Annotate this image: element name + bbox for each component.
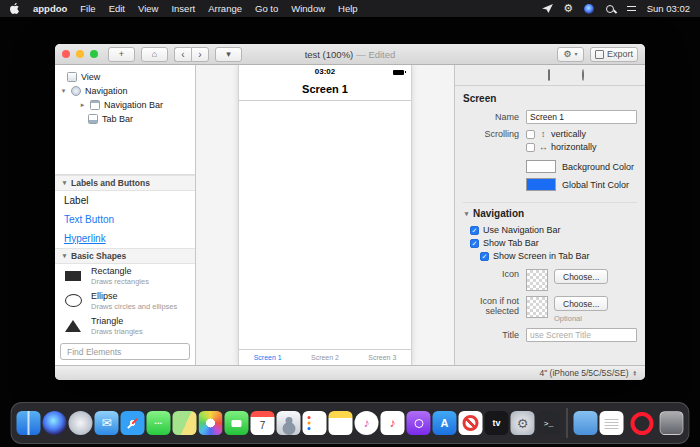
phone-tab-screen-1[interactable]: Screen 1 (239, 350, 296, 365)
library-item-text-button[interactable]: Text Button (55, 210, 195, 229)
library-item-triangle[interactable]: Triangle Draws triangles (55, 313, 195, 338)
menu-arrange[interactable]: Arrange (208, 3, 242, 14)
navigation-section-header[interactable]: ▾ Navigation (463, 202, 637, 219)
outline-item-navigation[interactable]: ▾ Navigation (55, 84, 195, 98)
gear-menu-icon[interactable]: ⚙ (563, 3, 574, 15)
show-tab-bar-label: Show Tab Bar (483, 238, 539, 248)
dock-system-preferences-icon[interactable] (511, 411, 535, 435)
chevron-down-icon: ▾ (575, 51, 578, 57)
menu-go-to[interactable]: Go to (255, 3, 278, 14)
dock-launchpad-icon[interactable] (69, 411, 93, 435)
dock-finder-icon[interactable] (17, 411, 41, 435)
menu-edit[interactable]: Edit (109, 3, 125, 14)
titlebar[interactable]: + ⌂ ‹ › ▾ test (100%)— Edited ⚙▾ Export (55, 44, 645, 65)
zoom-window-button[interactable] (90, 50, 98, 58)
dock-photos-icon[interactable] (199, 411, 223, 435)
dock-itunes-icon[interactable] (355, 411, 379, 435)
dock-facetime-icon[interactable] (225, 411, 249, 435)
siri-icon[interactable] (584, 3, 595, 15)
library-item-hyperlink[interactable]: Hyperlink (55, 229, 195, 248)
phone-navigation-bar[interactable]: Screen 1 (239, 78, 411, 101)
dock-opera-icon[interactable] (630, 412, 653, 435)
phone-tab-screen-3[interactable]: Screen 3 (354, 350, 411, 365)
library-section-basic-shapes[interactable]: ▾ Basic Shapes (55, 248, 195, 264)
find-elements-field[interactable] (60, 343, 190, 360)
tab-device-icon[interactable] (548, 70, 550, 80)
window-edited-suffix: — Edited (356, 49, 395, 60)
dock-siri-icon[interactable] (43, 411, 67, 435)
add-screen-button[interactable]: + (108, 47, 135, 62)
dock-textedit-icon[interactable] (600, 411, 624, 435)
menu-help[interactable]: Help (338, 3, 358, 14)
unselected-icon-well[interactable] (526, 296, 548, 318)
screens-dropdown-button[interactable]: ▾ (215, 47, 242, 62)
minimize-window-button[interactable] (76, 50, 84, 58)
dock-safari-icon[interactable] (121, 411, 145, 435)
device-selector-stepper-icon[interactable]: ▲▼ (633, 370, 637, 377)
menubar-app-name[interactable]: appdoo (33, 3, 67, 14)
tab-transition-icon[interactable] (582, 70, 584, 80)
sidebar: View ▾ Navigation ▸ Navigation Bar Tab B… (55, 65, 196, 365)
disclosure-closed-icon[interactable]: ▸ (79, 101, 86, 109)
menubar-clock[interactable]: Sun 03:02 (647, 3, 690, 14)
phone-tab-screen-2[interactable]: Screen 2 (296, 350, 353, 365)
dock-mail-icon[interactable] (95, 411, 119, 435)
dock-messages-icon[interactable] (147, 411, 171, 435)
menu-file[interactable]: File (80, 3, 95, 14)
dock-music-icon[interactable] (381, 411, 405, 435)
shape-name: Rectangle (91, 266, 149, 276)
menu-view[interactable]: View (138, 3, 158, 14)
notification-center-icon[interactable] (626, 3, 637, 15)
design-canvas[interactable]: 03:02 Screen 1 Screen 1 Screen 2 Screen … (196, 65, 454, 365)
outline-item-navigation-bar[interactable]: ▸ Navigation Bar (55, 98, 195, 112)
scroll-vertically-checkbox[interactable] (526, 130, 535, 139)
search-input[interactable] (65, 346, 185, 358)
screen-name-input[interactable] (526, 110, 637, 124)
library-item-ellipse[interactable]: Ellipse Draws circles and ellipses (55, 288, 195, 313)
library-section-labels-and-buttons[interactable]: ▾ Labels and Buttons (55, 175, 195, 191)
menu-window[interactable]: Window (291, 3, 325, 14)
paper-plane-icon[interactable] (542, 3, 553, 15)
back-button[interactable]: ‹ (174, 47, 191, 62)
forward-button[interactable]: › (191, 47, 209, 62)
outline-item-view[interactable]: View (55, 70, 195, 84)
library-item-label[interactable]: Label (55, 191, 195, 210)
tab-title-input[interactable] (526, 328, 637, 342)
show-screen-in-tab-bar-checkbox[interactable]: ✓ (480, 252, 489, 261)
home-button[interactable]: ⌂ (141, 47, 168, 62)
export-button[interactable]: Export (590, 47, 638, 62)
dock-blocked-icon[interactable] (459, 411, 483, 435)
show-tab-bar-checkbox[interactable]: ✓ (470, 239, 479, 248)
apple-menu-icon[interactable] (10, 3, 21, 15)
library-item-rectangle[interactable]: Rectangle Draws rectangles (55, 264, 195, 289)
tab-icon-well[interactable] (526, 269, 548, 291)
window-status-bar: 4" (iPhone 5/5C/5S/SE) ▲▼ (55, 365, 645, 380)
choose-icon-button[interactable]: Choose... (554, 269, 608, 284)
dock-downloads-folder-icon[interactable] (574, 411, 598, 435)
dock-contacts-icon[interactable] (277, 411, 301, 435)
disclosure-open-icon[interactable]: ▾ (60, 87, 67, 95)
background-color-well[interactable] (526, 160, 556, 173)
ellipse-icon (63, 294, 83, 307)
close-window-button[interactable] (62, 50, 70, 58)
dock-reminders-icon[interactable] (303, 411, 327, 435)
dock-tv-icon[interactable] (485, 411, 509, 435)
settings-gear-button[interactable]: ⚙▾ (557, 47, 584, 62)
dock-maps-icon[interactable] (173, 411, 197, 435)
dock-trash-icon[interactable] (660, 411, 684, 435)
dock-terminal-icon[interactable] (537, 411, 561, 435)
scroll-horizontally-checkbox[interactable] (526, 143, 535, 152)
menu-insert[interactable]: Insert (171, 3, 195, 14)
dock-app-store-icon[interactable] (433, 411, 457, 435)
dock-calendar-icon[interactable] (251, 411, 275, 435)
use-navigation-bar-checkbox[interactable]: ✓ (470, 226, 479, 235)
choose-unselected-icon-button[interactable]: Choose... (554, 296, 608, 311)
spotlight-icon[interactable] (605, 3, 616, 15)
outline-item-tab-bar[interactable]: Tab Bar (55, 112, 195, 126)
device-selector[interactable]: 4" (iPhone 5/5C/5S/SE) (540, 368, 629, 378)
dock-notes-icon[interactable] (329, 411, 353, 435)
global-tint-color-well[interactable] (526, 178, 556, 191)
dock-podcasts-icon[interactable] (407, 411, 431, 435)
phone-content-area[interactable] (239, 101, 411, 349)
shape-description: Draws triangles (91, 327, 143, 336)
